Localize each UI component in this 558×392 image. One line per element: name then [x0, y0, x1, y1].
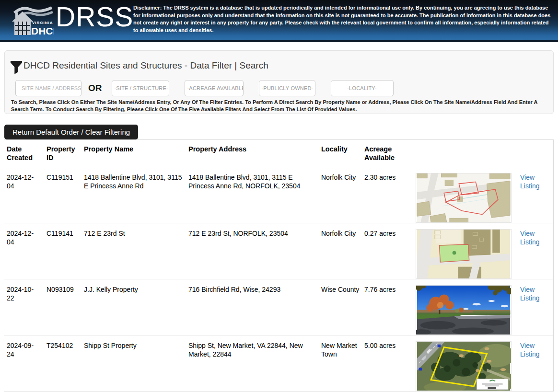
page: VIRGINIA DHCD DRSS Disclaimer: The DRSS … — [0, 0, 558, 392]
cell-property-name: 712 E 23rd St — [81, 223, 186, 279]
cell-locality: Norfolk City — [319, 223, 362, 279]
cell-property-id: C119141 — [44, 223, 81, 279]
cell-locality: Norfolk City — [319, 167, 362, 223]
property-map-thumbnail — [416, 229, 512, 279]
cell-acreage: 5.00 acres — [362, 335, 413, 391]
cell-date-created: 2024-10-22 — [7, 285, 37, 302]
cell-acreage: 7.76 acres — [362, 279, 413, 335]
property-aerial-thumbnail — [416, 341, 512, 391]
col-header-property-address: Property Address — [186, 140, 319, 167]
filter-panel-title-row: DHCD Residential Sites and Structures - … — [11, 59, 268, 75]
cell-date-created: 2024-09-24 — [7, 341, 37, 358]
view-listing-link[interactable]: View Listing — [520, 173, 544, 190]
cell-property-address: Shipp St, New Market, VA 22844, New Mark… — [186, 335, 319, 391]
col-header-acreage-available: Acreage Available — [362, 140, 413, 167]
col-header-locality: Locality — [319, 140, 362, 167]
col-header-property-id: Property ID — [44, 140, 81, 167]
logo-virginia-label: VIRGINIA — [32, 21, 53, 25]
cell-property-name: J.J. Kelly Property — [81, 279, 186, 335]
view-listing-link[interactable]: View Listing — [520, 229, 544, 246]
filter-panel: DHCD Residential Sites and Structures - … — [4, 50, 554, 114]
dhcd-logo-icon: VIRGINIA DHCD — [12, 4, 54, 36]
cell-property-name: Shipp St Property — [81, 335, 186, 391]
filter-funnel-icon — [11, 59, 22, 75]
site-name-address-input[interactable] — [15, 80, 81, 96]
cell-acreage: 2.30 acres — [362, 167, 413, 223]
search-instructions: To Search, Please Click On Either The Si… — [11, 99, 546, 113]
app-header: VIRGINIA DHCD DRSS Disclaimer: The DRSS … — [0, 0, 558, 42]
cell-property-address: 716 Birchfield Rd, Wise, 24293 — [186, 279, 319, 335]
cell-locality: New Market Town — [319, 335, 362, 391]
table-row: 2024-10-22 N093109 J.J. Kelly Property 7… — [4, 279, 553, 335]
col-header-date-created: Date Created — [4, 140, 44, 167]
table-row: 2024-12-04 C119151 1418 Ballentine Blvd,… — [4, 167, 553, 223]
filter-controls: OR -SITE / STRUCTURE- -ACREAGE AVAILABLE… — [15, 80, 394, 96]
cell-property-name: 1418 Ballentine Blvd, 3101, 3115 E Princ… — [81, 167, 186, 223]
table-row: 2024-12-04 C119141 712 E 23rd St 712 E 2… — [4, 223, 553, 279]
property-photo-thumbnail — [416, 285, 512, 335]
col-header-view — [518, 140, 553, 167]
filter-publicly-owned-button[interactable]: -PUBLICLY OWNED- — [259, 80, 315, 96]
cell-property-id: T254102 — [44, 335, 81, 391]
disclaimer-text: Disclaimer: The DRSS system is a databas… — [133, 4, 552, 34]
clear-filtering-button[interactable]: Return Default Order / Clear Filtering — [4, 125, 138, 139]
filter-panel-title: DHCD Residential Sites and Structures - … — [23, 60, 268, 71]
filter-locality-button[interactable]: -LOCALITY- — [331, 80, 394, 96]
or-label: OR — [88, 83, 102, 93]
cell-property-id: N093109 — [44, 279, 81, 335]
cell-property-id: C119151 — [44, 167, 81, 223]
col-header-image — [413, 140, 518, 167]
table-row: 2024-09-24 T254102 Shipp St Property Shi… — [4, 335, 553, 391]
view-listing-link[interactable]: View Listing — [520, 341, 544, 358]
cell-acreage: 0.27 acres — [362, 223, 413, 279]
col-header-property-name: Property Name — [81, 140, 186, 167]
table-header-row: Date Created Property ID Property Name P… — [4, 140, 553, 167]
filter-acreage-available-button[interactable]: -ACREAGE AVAILABLE- — [185, 80, 244, 96]
results-table-container: Date Created Property ID Property Name P… — [4, 139, 554, 392]
results-table: Date Created Property ID Property Name P… — [4, 140, 553, 392]
filter-site-structure-button[interactable]: -SITE / STRUCTURE- — [112, 80, 169, 96]
cell-date-created: 2024-12-04 — [7, 229, 37, 246]
app-title: DRSS — [56, 1, 133, 33]
logo-dhcd-label: DHCD — [31, 25, 54, 36]
cell-property-address: 712 E 23rd St, NORFOLK, 23504 — [186, 223, 319, 279]
cell-property-address: 1418 Ballentine Blvd, 3101, 3115 E Princ… — [186, 167, 319, 223]
cell-locality: Wise County — [319, 279, 362, 335]
cell-date-created: 2024-12-04 — [7, 173, 37, 190]
view-listing-link[interactable]: View Listing — [520, 285, 544, 302]
property-map-thumbnail — [416, 173, 512, 223]
